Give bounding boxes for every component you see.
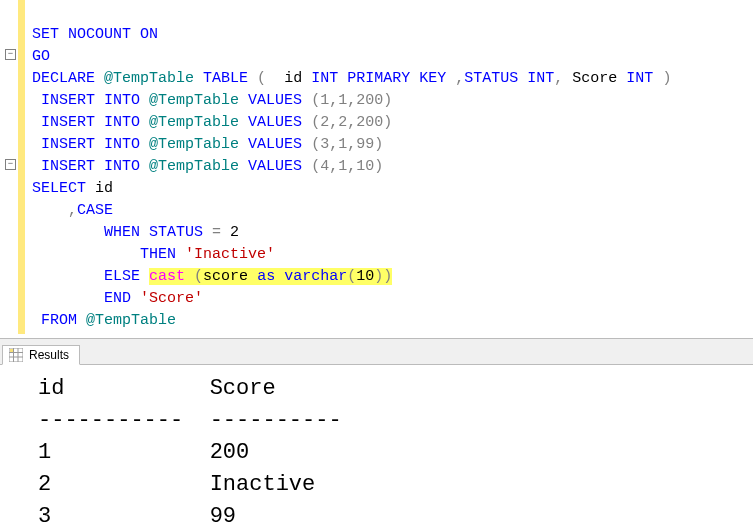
kw-pk: PRIMARY KEY [347, 70, 446, 87]
sel-col-id: id [95, 180, 113, 197]
svg-rect-5 [10, 349, 13, 352]
cell: 99 [210, 504, 236, 522]
cell: Inactive [210, 472, 316, 497]
results-grid-icon [9, 348, 23, 362]
args: (2,2,200) [311, 114, 392, 131]
tab-results[interactable]: Results [2, 345, 80, 365]
paren-open: ( [257, 70, 266, 87]
kw-int: INT [626, 70, 653, 87]
paren-open: ( [194, 268, 203, 285]
kw-int: INT [527, 70, 554, 87]
kw-set: SET NOCOUNT ON [32, 26, 158, 43]
cell: 200 [210, 440, 250, 465]
col-score: Score [572, 70, 617, 87]
lit-inactive: 'Inactive' [185, 246, 275, 263]
kw-values: VALUES [248, 136, 302, 153]
results-tab-strip: Results [0, 339, 753, 365]
op-eq: = [212, 224, 221, 241]
tab-results-label: Results [29, 348, 69, 362]
editor-gutter [0, 0, 28, 334]
type-varchar: varchar [284, 268, 347, 285]
kw-when: WHEN [104, 224, 140, 241]
kw-insert: INSERT INTO [41, 92, 140, 109]
paren-close: ) [383, 268, 392, 285]
kw-then: THEN [140, 246, 176, 263]
args: (4,1,10) [311, 158, 383, 175]
fold-toggle-icon[interactable] [5, 49, 16, 60]
sql-editor[interactable]: SET NOCOUNT ON GO DECLARE @TempTable TAB… [0, 0, 753, 334]
var-temptable: @TempTable [149, 92, 239, 109]
kw-values: VALUES [248, 92, 302, 109]
kw-case: CASE [77, 202, 113, 219]
kw-values: VALUES [248, 158, 302, 175]
args: (3,1,99) [311, 136, 383, 153]
sep-score: ---------- [210, 408, 342, 433]
col-score: score [203, 268, 248, 285]
paren-close2: ) [374, 268, 383, 285]
kw-values: VALUES [248, 114, 302, 131]
kw-insert: INSERT INTO [41, 136, 140, 153]
kw-declare: DECLARE [32, 70, 95, 87]
sep-id: ----------- [38, 408, 183, 433]
kw-go: GO [32, 48, 50, 65]
comma: , [455, 70, 464, 87]
cell: 2 [38, 472, 51, 497]
col-header-id: id [38, 376, 64, 401]
code-block[interactable]: SET NOCOUNT ON GO DECLARE @TempTable TAB… [28, 0, 671, 334]
kw-from: FROM [41, 312, 77, 329]
var-temptable: @TempTable [86, 312, 176, 329]
kw-select: SELECT [32, 180, 86, 197]
comma: , [554, 70, 563, 87]
change-marker [18, 0, 25, 334]
alias-score: 'Score' [140, 290, 203, 307]
col-id: id [284, 70, 302, 87]
len-10: 10 [356, 268, 374, 285]
kw-table: TABLE [203, 70, 248, 87]
col-status: STATUS [464, 70, 518, 87]
var-temptable: @TempTable [104, 70, 194, 87]
var-temptable: @TempTable [149, 158, 239, 175]
comma: , [68, 202, 77, 219]
var-temptable: @TempTable [149, 114, 239, 131]
kw-end: END [104, 290, 131, 307]
paren-open2: ( [347, 268, 356, 285]
col-header-score: Score [210, 376, 276, 401]
args: (1,1,200) [311, 92, 392, 109]
col-status: STATUS [149, 224, 203, 241]
var-temptable: @TempTable [149, 136, 239, 153]
lit-2: 2 [230, 224, 239, 241]
kw-insert: INSERT INTO [41, 158, 140, 175]
cell: 3 [38, 504, 51, 522]
fold-toggle-icon[interactable] [5, 159, 16, 170]
kw-int: INT [311, 70, 338, 87]
cell: 1 [38, 440, 51, 465]
kw-as: as [257, 268, 275, 285]
results-pane[interactable]: id Score ----------- ---------- 1 200 2 … [0, 365, 753, 522]
kw-else: ELSE [104, 268, 140, 285]
kw-insert: INSERT INTO [41, 114, 140, 131]
fn-cast: cast [149, 268, 185, 285]
paren-close: ) [662, 70, 671, 87]
